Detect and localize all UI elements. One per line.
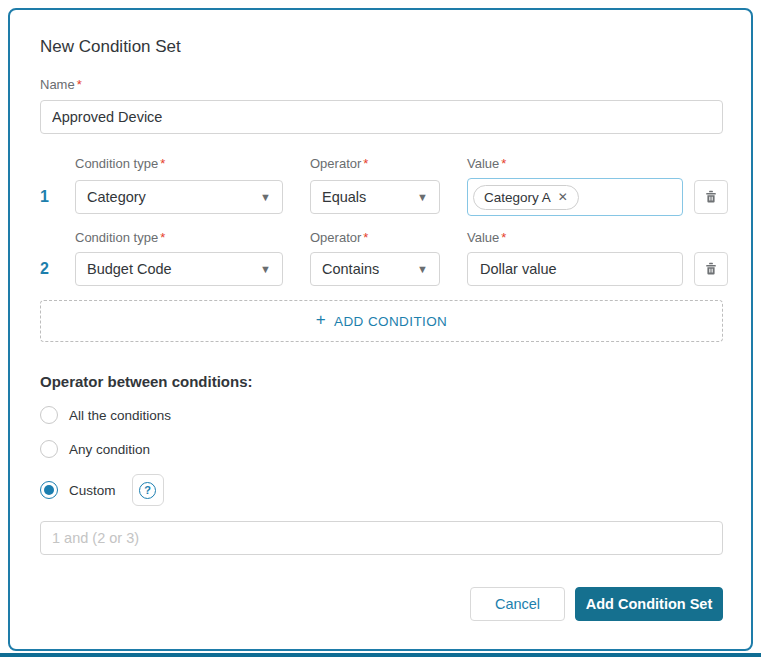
plus-icon: + xyxy=(316,310,326,330)
radio-option-custom[interactable]: Custom ? xyxy=(40,474,723,506)
condition-type-value: Budget Code xyxy=(87,261,172,277)
value-text-input[interactable] xyxy=(473,253,677,285)
condition-row-1: Condition type* Operator* Value* 1 Categ… xyxy=(40,156,723,216)
value-chip: Category A ✕ xyxy=(473,185,579,210)
add-condition-set-button[interactable]: Add Condition Set xyxy=(575,587,723,621)
name-input[interactable] xyxy=(40,100,723,134)
custom-expression-block xyxy=(40,521,723,555)
required-asterisk: * xyxy=(160,156,165,171)
operator-select[interactable]: Equals ▼ xyxy=(310,180,440,214)
operator-select[interactable]: Contains ▼ xyxy=(310,252,440,286)
operator-label-text: Operator xyxy=(310,156,361,171)
required-asterisk: * xyxy=(501,156,506,171)
condition-row-number: 2 xyxy=(40,260,75,278)
add-condition-button[interactable]: + ADD CONDITION xyxy=(40,300,723,342)
condition-type-label-text: Condition type xyxy=(75,230,158,245)
condition-type-value: Category xyxy=(87,189,146,205)
radio-label: Custom xyxy=(69,483,116,498)
required-asterisk: * xyxy=(501,230,506,245)
custom-expression-input[interactable] xyxy=(40,521,723,555)
page: New Condition Set Name* Condition type* … xyxy=(0,0,761,664)
page-divider-bar xyxy=(0,653,761,657)
cancel-button[interactable]: Cancel xyxy=(470,587,565,621)
required-asterisk: * xyxy=(160,230,165,245)
required-asterisk: * xyxy=(77,77,82,92)
operator-value: Contains xyxy=(322,261,379,277)
name-label-text: Name xyxy=(40,77,75,92)
new-condition-set-dialog: New Condition Set Name* Condition type* … xyxy=(8,8,753,651)
delete-condition-button[interactable] xyxy=(694,180,728,214)
dialog-title: New Condition Set xyxy=(40,37,723,57)
help-icon: ? xyxy=(139,482,156,499)
condition-type-select[interactable]: Category ▼ xyxy=(75,180,283,214)
radio-label: Any condition xyxy=(69,442,150,457)
condition-type-select[interactable]: Budget Code ▼ xyxy=(75,252,283,286)
radio-button-selected[interactable] xyxy=(40,481,58,499)
value-label: Value* xyxy=(467,230,683,252)
chevron-down-icon: ▼ xyxy=(417,191,428,203)
radio-label: All the conditions xyxy=(69,408,171,423)
value-label: Value* xyxy=(467,156,683,178)
value-label-text: Value xyxy=(467,156,499,171)
required-asterisk: * xyxy=(363,230,368,245)
required-asterisk: * xyxy=(363,156,368,171)
chevron-down-icon: ▼ xyxy=(417,263,428,275)
radio-option-any-condition[interactable]: Any condition xyxy=(40,440,723,458)
operator-label-text: Operator xyxy=(310,230,361,245)
delete-condition-button[interactable] xyxy=(694,252,728,286)
chip-remove-icon[interactable]: ✕ xyxy=(558,191,568,203)
dialog-footer: Cancel Add Condition Set xyxy=(40,587,723,621)
operator-value: Equals xyxy=(322,189,366,205)
condition-type-label: Condition type* xyxy=(75,156,283,178)
condition-row-2: Condition type* Operator* Value* 2 Budge… xyxy=(40,230,723,286)
radio-button[interactable] xyxy=(40,406,58,424)
radio-button[interactable] xyxy=(40,440,58,458)
condition-type-label-text: Condition type xyxy=(75,156,158,171)
condition-type-label: Condition type* xyxy=(75,230,283,252)
operator-label: Operator* xyxy=(310,156,440,178)
value-label-text: Value xyxy=(467,230,499,245)
operator-between-conditions-heading: Operator between conditions: xyxy=(40,373,723,390)
operator-label: Operator* xyxy=(310,230,440,252)
value-input[interactable] xyxy=(467,252,683,286)
custom-help-button[interactable]: ? xyxy=(132,474,164,506)
radio-option-all-the-conditions[interactable]: All the conditions xyxy=(40,406,723,424)
trash-icon xyxy=(703,189,719,205)
trash-icon xyxy=(703,261,719,277)
chevron-down-icon: ▼ xyxy=(260,191,271,203)
condition-row-number: 1 xyxy=(40,188,75,206)
value-chip-label: Category A xyxy=(484,190,551,205)
value-input[interactable]: Category A ✕ xyxy=(467,178,683,216)
name-label: Name* xyxy=(40,77,723,92)
chevron-down-icon: ▼ xyxy=(260,263,271,275)
add-condition-label: ADD CONDITION xyxy=(334,314,447,329)
name-field-block: Name* xyxy=(40,77,723,134)
